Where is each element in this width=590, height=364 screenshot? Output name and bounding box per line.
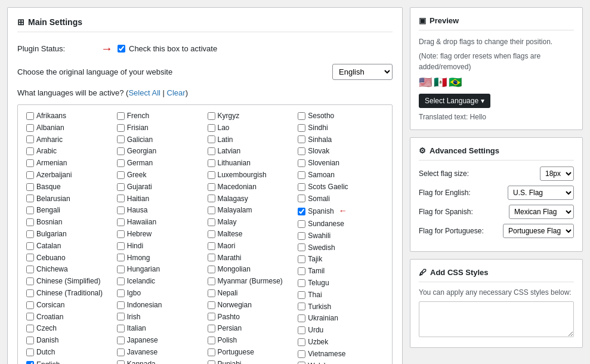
lang-checkbox[interactable] <box>298 303 305 310</box>
lang-checkbox[interactable] <box>117 266 125 273</box>
lang-checkbox[interactable] <box>208 301 215 309</box>
lang-checkbox[interactable] <box>208 112 215 120</box>
lang-checkbox[interactable] <box>208 289 215 297</box>
lang-checkbox[interactable] <box>26 218 34 226</box>
original-language-select[interactable]: English Spanish French German Italian Po… <box>332 64 393 80</box>
lang-checkbox[interactable] <box>117 135 125 143</box>
lang-checkbox[interactable] <box>26 171 34 179</box>
lang-checkbox[interactable] <box>298 135 305 143</box>
lang-checkbox[interactable] <box>208 313 215 320</box>
lang-checkbox[interactable] <box>26 337 34 344</box>
lang-checkbox[interactable] <box>208 159 215 167</box>
lang-checkbox[interactable] <box>117 277 125 285</box>
activate-check-label[interactable]: Check this box to activate <box>118 44 217 53</box>
lang-checkbox[interactable] <box>26 289 34 297</box>
lang-checkbox[interactable] <box>208 135 215 143</box>
lang-checkbox[interactable] <box>117 183 125 191</box>
lang-checkbox[interactable] <box>117 325 125 332</box>
lang-checkbox[interactable] <box>26 183 34 191</box>
advanced-setting-select[interactable]: Portuguese FlagBrazilian Flag <box>503 224 574 238</box>
lang-checkbox[interactable] <box>117 313 125 320</box>
lang-checkbox[interactable] <box>26 361 34 364</box>
lang-checkbox[interactable] <box>298 326 305 334</box>
lang-checkbox[interactable] <box>298 171 305 179</box>
lang-checkbox[interactable] <box>26 206 34 214</box>
select-all-link[interactable]: Select All <box>128 88 160 97</box>
flag-mx[interactable]: 🇲🇽 <box>434 76 447 89</box>
lang-checkbox[interactable] <box>117 289 125 297</box>
lang-checkbox[interactable] <box>298 279 305 287</box>
lang-checkbox[interactable] <box>208 147 215 155</box>
lang-checkbox[interactable] <box>298 362 305 364</box>
lang-checkbox[interactable] <box>26 301 34 309</box>
lang-checkbox[interactable] <box>298 350 305 358</box>
lang-checkbox[interactable] <box>298 338 305 346</box>
lang-checkbox[interactable] <box>298 183 305 191</box>
lang-checkbox[interactable] <box>298 232 305 240</box>
lang-checkbox[interactable] <box>298 243 305 251</box>
lang-checkbox[interactable] <box>26 254 34 261</box>
lang-checkbox[interactable] <box>26 195 34 202</box>
lang-checkbox[interactable] <box>26 230 34 238</box>
lang-checkbox[interactable] <box>117 159 125 167</box>
lang-checkbox[interactable] <box>117 230 125 238</box>
lang-checkbox[interactable] <box>208 360 215 364</box>
lang-checkbox[interactable] <box>26 325 34 332</box>
lang-checkbox[interactable] <box>208 266 215 273</box>
lang-checkbox[interactable] <box>208 277 215 285</box>
flag-us[interactable]: 🇺🇸 <box>419 76 432 89</box>
advanced-setting-select[interactable]: Mexican FlagSpain FlagArgentina Flag <box>509 205 574 219</box>
lang-checkbox[interactable] <box>26 159 34 167</box>
lang-checkbox[interactable] <box>298 314 305 322</box>
lang-checkbox[interactable] <box>298 195 305 202</box>
lang-checkbox[interactable] <box>117 254 125 261</box>
lang-checkbox[interactable] <box>117 218 125 226</box>
lang-checkbox[interactable] <box>117 360 125 364</box>
select-language-button[interactable]: Select Language ▾ <box>419 94 490 108</box>
lang-checkbox[interactable] <box>298 220 305 228</box>
lang-checkbox[interactable] <box>208 348 215 356</box>
lang-checkbox[interactable] <box>26 124 34 132</box>
lang-checkbox[interactable] <box>208 124 215 132</box>
lang-checkbox[interactable] <box>117 195 125 202</box>
lang-checkbox[interactable] <box>298 255 305 263</box>
lang-checkbox[interactable] <box>298 291 305 299</box>
activate-checkbox[interactable] <box>118 45 125 53</box>
lang-checkbox[interactable] <box>208 242 215 250</box>
lang-checkbox[interactable] <box>208 325 215 332</box>
lang-checkbox[interactable] <box>117 112 125 120</box>
lang-checkbox[interactable] <box>208 206 215 214</box>
lang-checkbox[interactable] <box>26 348 34 356</box>
lang-checkbox[interactable] <box>298 267 305 275</box>
lang-checkbox[interactable] <box>26 147 34 155</box>
lang-checkbox[interactable] <box>298 159 305 167</box>
lang-checkbox[interactable] <box>298 112 305 120</box>
lang-checkbox[interactable] <box>298 208 305 215</box>
lang-checkbox[interactable] <box>26 135 34 143</box>
lang-checkbox[interactable] <box>208 195 215 202</box>
lang-checkbox[interactable] <box>26 242 34 250</box>
lang-checkbox[interactable] <box>208 230 215 238</box>
lang-checkbox[interactable] <box>117 206 125 214</box>
css-textarea[interactable] <box>419 301 574 337</box>
clear-link[interactable]: Clear <box>167 88 186 97</box>
lang-checkbox[interactable] <box>208 171 215 179</box>
lang-checkbox[interactable] <box>117 301 125 309</box>
lang-checkbox[interactable] <box>117 147 125 155</box>
advanced-setting-select[interactable]: 14px16px18px20px24px <box>540 166 574 181</box>
lang-checkbox[interactable] <box>208 254 215 261</box>
lang-checkbox[interactable] <box>117 124 125 132</box>
lang-checkbox[interactable] <box>208 218 215 226</box>
lang-checkbox[interactable] <box>26 313 34 320</box>
lang-checkbox[interactable] <box>298 147 305 155</box>
lang-checkbox[interactable] <box>26 112 34 120</box>
lang-checkbox[interactable] <box>117 171 125 179</box>
lang-checkbox[interactable] <box>117 348 125 356</box>
flag-br[interactable]: 🇧🇷 <box>449 76 462 89</box>
lang-checkbox[interactable] <box>26 277 34 285</box>
lang-checkbox[interactable] <box>298 124 305 132</box>
lang-checkbox[interactable] <box>117 337 125 344</box>
lang-checkbox[interactable] <box>208 337 215 344</box>
lang-checkbox[interactable] <box>208 183 215 191</box>
lang-checkbox[interactable] <box>117 242 125 250</box>
